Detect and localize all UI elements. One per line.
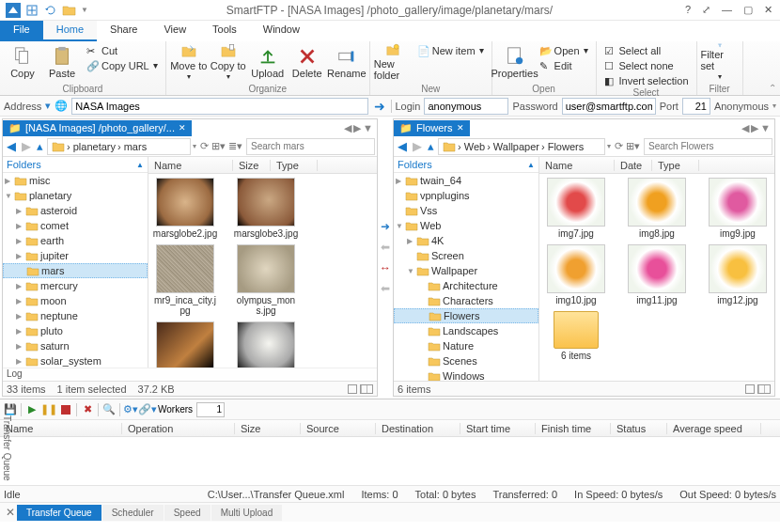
column-headers[interactable]: NameDateType [539, 157, 774, 174]
column-header[interactable]: Name [148, 160, 233, 171]
sync-left-icon[interactable]: ⬅ [381, 241, 390, 254]
tree-node[interactable]: ▼Web [394, 218, 538, 233]
mode-label[interactable]: Anonymous [714, 101, 769, 112]
nav-right-icon[interactable]: ▶ [353, 122, 361, 134]
select-all-button[interactable]: ☑Select all [601, 43, 693, 57]
column-header[interactable]: Name [539, 160, 615, 171]
tree-node[interactable]: Nature [394, 338, 538, 353]
paste-button[interactable]: Paste [43, 43, 81, 81]
move-to-button[interactable]: Move to▾ [170, 43, 208, 81]
thumbnail[interactable]: img10.jpg [543, 244, 609, 305]
thumbnail[interactable]: img7.jpg [543, 178, 609, 239]
tree-node[interactable]: Screen [394, 248, 538, 263]
tab-home[interactable]: Home [43, 21, 97, 41]
tree-node[interactable]: Landscapes [394, 323, 538, 338]
pause-icon[interactable]: ❚❚ [42, 403, 55, 416]
view-details-icon[interactable] [348, 384, 357, 394]
tab-window[interactable]: Window [250, 21, 313, 41]
thumbnail[interactable]: img11.jpg [624, 244, 690, 305]
close-bottom-panel-icon[interactable]: ✕ [2, 506, 19, 519]
save-icon[interactable]: 💾 [4, 403, 17, 416]
breadcrumb[interactable]: › Web› Wallpaper› Flowers [438, 138, 605, 155]
sync-right-icon[interactable]: ➜ [381, 220, 390, 233]
thumbnail[interactable]: mr9_inca_city.jpg [152, 244, 218, 316]
search-input[interactable] [246, 138, 375, 155]
copy-url-button[interactable]: 🔗Copy URL ▾ [83, 58, 162, 72]
stop-icon[interactable] [59, 403, 72, 416]
address-input[interactable] [71, 98, 367, 115]
cut-button[interactable]: ✂Cut [83, 43, 162, 57]
new-connection-icon[interactable] [24, 3, 39, 18]
up-icon[interactable]: ▴ [426, 139, 436, 153]
tree-node[interactable]: Vss [394, 203, 538, 218]
column-header[interactable]: Start time [460, 423, 536, 434]
view-details-icon[interactable] [745, 384, 755, 394]
properties-button[interactable]: Properties [496, 43, 534, 81]
delete-button[interactable]: Delete [289, 43, 326, 81]
folder-count-thumb[interactable]: 6 items [543, 311, 609, 361]
view-icon[interactable]: ⊞▾ [626, 140, 640, 152]
open-button[interactable]: 📂Open ▾ [536, 43, 592, 57]
back-icon[interactable]: ◀ [396, 139, 409, 153]
tree-node[interactable]: ▶misc [3, 173, 148, 188]
bottom-tab[interactable]: Speed [164, 505, 211, 521]
thumbnail[interactable]: marsglobe3.jpg [233, 178, 299, 239]
refresh-icon[interactable]: ⟳ [615, 140, 623, 152]
thumbnails[interactable]: img7.jpgimg8.jpgimg9.jpgimg10.jpgimg11.j… [539, 174, 774, 381]
column-header[interactable]: Status [611, 423, 667, 434]
settings-icon[interactable]: ⚙▾ [124, 403, 137, 416]
dropdown-icon[interactable]: ▼ [760, 122, 771, 134]
edit-button[interactable]: ✎Edit [536, 58, 592, 72]
tree-node[interactable]: ▶saturn [3, 338, 148, 353]
search-input[interactable] [644, 138, 772, 155]
view-thumbnails-icon[interactable] [757, 384, 771, 394]
column-header[interactable]: Destination [376, 423, 460, 434]
new-item-button[interactable]: 📄New item ▾ [413, 43, 488, 57]
bottom-tab[interactable]: Multi Upload [211, 505, 283, 521]
bottom-tab[interactable]: Scheduler [102, 505, 164, 521]
crumb-segment[interactable]: › planetary [67, 141, 116, 152]
tree-node[interactable]: ▶jupiter [3, 248, 148, 263]
tree-node[interactable]: ▶comet [3, 218, 148, 233]
column-header[interactable]: Size [235, 423, 301, 434]
thumbnail[interactable]: img8.jpg [624, 178, 690, 239]
tree-node[interactable]: mars [3, 263, 148, 278]
close-icon[interactable]: ✕ [764, 4, 772, 16]
open-folder-icon[interactable] [62, 3, 77, 18]
fullscreen-icon[interactable]: ⤢ [702, 4, 710, 16]
remove-icon[interactable]: ✖ [81, 403, 94, 416]
login-input[interactable] [424, 98, 508, 115]
filter-set-button[interactable]: Filter set▾ [701, 43, 739, 81]
column-header[interactable]: Finish time [536, 423, 611, 434]
folders-header[interactable]: Folders▲ [394, 157, 538, 173]
search-icon[interactable]: 🔍 [102, 403, 116, 416]
select-none-button[interactable]: ☐Select none [601, 58, 693, 72]
tree-node[interactable]: ▶neptune [3, 308, 148, 323]
view-thumbnails-icon[interactable] [360, 384, 373, 394]
tab-tools[interactable]: Tools [199, 21, 250, 41]
tab-file[interactable]: File [0, 21, 43, 41]
bottom-tab[interactable]: Transfer Queue [17, 505, 101, 521]
copy-to-button[interactable]: Copy to▾ [210, 43, 247, 81]
tree-node[interactable]: vpnplugins [394, 188, 538, 203]
thumbnail[interactable] [233, 321, 299, 368]
tree-node[interactable]: Windows [394, 368, 538, 381]
tree-node[interactable]: ▶earth [3, 233, 148, 248]
thumbnail[interactable]: img12.jpg [705, 244, 771, 305]
tree-node[interactable]: ▶asteroid [3, 203, 148, 218]
tree-node[interactable]: ▶pluto [3, 323, 148, 338]
tree-node[interactable]: ▶4K [394, 233, 538, 248]
rename-button[interactable]: Rename [328, 43, 366, 81]
port-input[interactable] [682, 98, 710, 115]
sync-stop-icon[interactable]: ⬅ [381, 282, 390, 295]
column-header[interactable]: Average speed [667, 423, 761, 434]
forward-icon[interactable]: ▶ [20, 139, 33, 153]
refresh-icon[interactable]: ⟳ [200, 140, 209, 152]
back-icon[interactable]: ◀ [5, 139, 18, 153]
qat-dropdown-icon[interactable]: ▼ [81, 6, 88, 14]
tree-node[interactable]: Flowers [394, 308, 538, 323]
up-icon[interactable]: ▴ [35, 139, 45, 153]
link-icon[interactable]: 🔗▾ [141, 403, 154, 416]
crumb-segment[interactable]: › Web [458, 141, 485, 152]
copy-button[interactable]: Copy [4, 43, 41, 81]
